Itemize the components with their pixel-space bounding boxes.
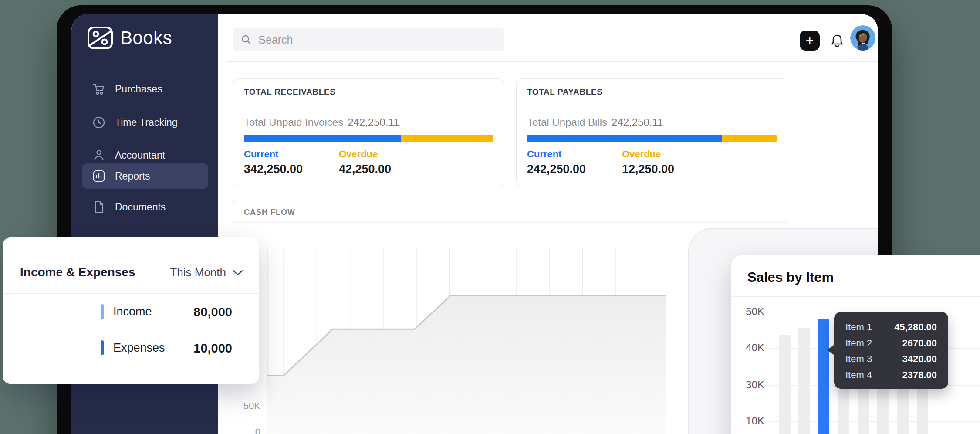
period-dropdown[interactable]: This Month: [170, 266, 243, 279]
overdue-value: 12,250.00: [622, 163, 674, 176]
avatar-photo: [850, 25, 875, 51]
unpaid-summary: Total Unpaid Invoices242,250.11: [244, 116, 399, 129]
legend-expenses: Expenses: [101, 340, 165, 355]
search-box[interactable]: [233, 28, 504, 51]
sales-bar[interactable]: [897, 389, 909, 434]
current-value: 342,250.00: [244, 163, 303, 176]
income-tick: [101, 304, 104, 319]
card-divider: [517, 102, 787, 102]
overdue-value: 42,250.00: [339, 163, 391, 176]
payables-split-bar: [527, 135, 777, 142]
sidebar-item-purchases[interactable]: Purchases: [82, 76, 208, 102]
sales-by-item-card: Sales by Item 50K 40K 30K 10K Item 1 45,…: [731, 255, 980, 434]
income-expenses-card: Income & Expenses This Month Income 80,0…: [3, 237, 259, 384]
receivables-split-bar: [244, 135, 493, 142]
expenses-tick: [101, 340, 104, 355]
card-divider: [233, 222, 787, 223]
sidebar-item-documents[interactable]: Documents: [82, 194, 208, 220]
sales-bar[interactable]: [858, 389, 869, 434]
sidebar-item-label: Reports: [115, 170, 150, 182]
overdue-label: Overdue: [622, 149, 661, 160]
card-title: Sales by Item: [747, 270, 834, 285]
receivables-current-segment: [244, 135, 401, 142]
payables-current-segment: [527, 135, 722, 142]
period-value: This Month: [170, 266, 226, 279]
sidebar-item-time-tracking[interactable]: Time Tracking: [82, 110, 208, 135]
sidebar-item-label: Time Tracking: [115, 117, 178, 129]
card-divider: [233, 102, 504, 102]
sales-bar[interactable]: [779, 335, 791, 434]
books-logo-icon: [87, 26, 113, 50]
card-divider: [3, 293, 259, 294]
expenses-value: 10,000: [193, 341, 232, 356]
topbar-divider: [226, 61, 878, 62]
stage: Books Purchases Time Tracking Accountant: [0, 0, 980, 434]
sidebar-item-label: Purchases: [115, 83, 162, 95]
unpaid-amount: 242,250.11: [348, 116, 399, 128]
income-label: Income: [113, 305, 152, 319]
sales-bar[interactable]: [798, 328, 810, 434]
cash-flow-area-chart[interactable]: [267, 248, 666, 434]
chevron-down-icon: [232, 269, 243, 276]
sidebar-item-reports[interactable]: Reports: [82, 163, 208, 189]
tooltip-row: Item 1 45,280.00: [845, 322, 937, 333]
card-title: Income & Expenses: [20, 265, 135, 279]
card-title: TOTAL PAYABLES: [527, 83, 602, 101]
app-name: Books: [120, 27, 172, 48]
app-logo: Books: [87, 26, 172, 50]
sales-tooltip: Item 1 45,280.00 Item 2 2670.00 Item 3 3…: [834, 312, 948, 389]
sales-bar[interactable]: [838, 389, 849, 434]
overdue-label: Overdue: [339, 149, 378, 160]
document-icon: [92, 200, 105, 214]
tooltip-row: Item 3 3420.00: [845, 353, 937, 365]
notifications-bell-icon[interactable]: [828, 32, 846, 50]
tooltip-row: Item 4 2378.00: [845, 370, 937, 381]
total-receivables-card: TOTAL RECEIVABLES Total Unpaid Invoices2…: [233, 78, 504, 186]
current-value: 242,250.00: [527, 163, 586, 176]
card-title: TOTAL RECEIVABLES: [244, 83, 335, 101]
sales-bar-chart[interactable]: 50K 40K 30K 10K Item 1 45,280.00 Item 2 …: [731, 296, 980, 434]
search-input[interactable]: [257, 33, 496, 47]
sidebar-item-label: Documents: [115, 201, 166, 213]
legend-income: Income: [101, 304, 152, 319]
cart-icon: [92, 82, 105, 95]
current-label: Current: [244, 149, 278, 160]
income-value: 80,000: [193, 305, 232, 319]
sales-bar-highlighted[interactable]: [818, 319, 829, 434]
cashflow-ytick-50k: 50K: [240, 400, 260, 412]
unpaid-amount: 242,250.11: [612, 116, 663, 128]
plus-icon: +: [806, 33, 814, 47]
sidebar-item-label: Accountant: [115, 149, 165, 161]
unpaid-summary: Total Unpaid Bills242,250.11: [527, 116, 663, 129]
cashflow-ytick-0: 0: [240, 427, 260, 434]
search-icon: [241, 34, 251, 45]
total-payables-card: TOTAL PAYABLES Total Unpaid Bills242,250…: [516, 78, 787, 186]
sales-bar[interactable]: [877, 389, 889, 434]
user-avatar[interactable]: [850, 25, 875, 51]
expenses-label: Expenses: [113, 341, 165, 355]
tooltip-row: Item 2 2670.00: [845, 338, 937, 349]
sales-bar[interactable]: [917, 389, 928, 434]
current-label: Current: [527, 149, 561, 160]
bar-chart-icon: [92, 170, 105, 183]
add-new-button[interactable]: +: [800, 31, 820, 51]
person-icon: [92, 149, 105, 162]
card-title: CASH FLOW: [244, 203, 295, 221]
clock-icon: [92, 116, 105, 129]
